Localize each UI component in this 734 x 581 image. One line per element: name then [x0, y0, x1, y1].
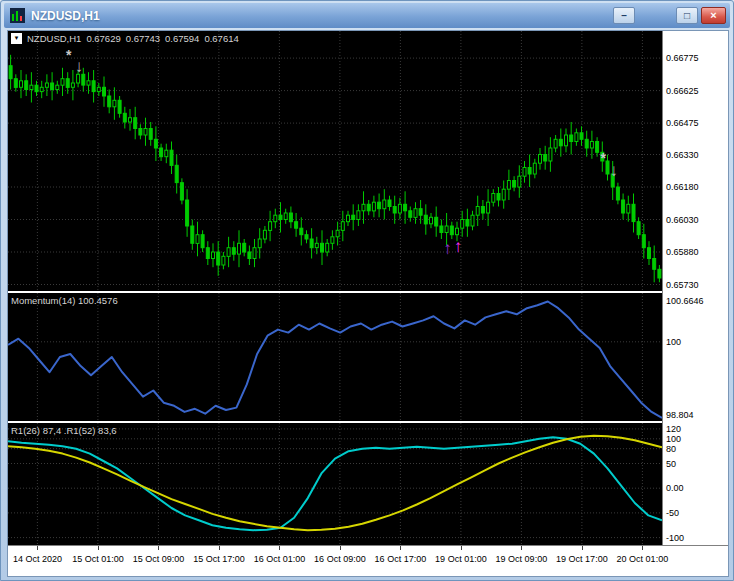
time-axis-label: 16 Oct 01:00 — [254, 554, 306, 564]
oscillator-axis-label: 100 — [666, 434, 681, 444]
time-axis-label: 15 Oct 17:00 — [193, 554, 245, 564]
price-axis-label: 0.65730 — [666, 280, 699, 290]
time-tick — [461, 546, 462, 550]
oscillator-axis-label: 80 — [666, 444, 676, 454]
price-axis-label: 0.66330 — [666, 150, 699, 160]
time-axis-label: 14 Oct 2020 — [13, 554, 62, 564]
price-header-symbol: NZDUSD,H1 — [27, 33, 81, 44]
time-tick — [158, 546, 159, 550]
price-axis-label: 0.66030 — [666, 215, 699, 225]
time-tick — [219, 546, 220, 550]
price-axis-label: 0.65880 — [666, 247, 699, 257]
minimize-button[interactable]: – — [613, 7, 635, 24]
close-button[interactable]: × — [701, 7, 726, 24]
oscillator-axis-label: 0.00 — [666, 483, 684, 493]
time-tick — [642, 546, 643, 550]
oscillator-axis-label: 50 — [666, 459, 676, 469]
time-tick — [521, 546, 522, 550]
momentum-axis-label: 100.6646 — [666, 296, 704, 306]
oscillator-header-label: R1(26) 87,4 .R1(52) 83,6 — [11, 425, 117, 436]
price-chart-canvas[interactable] — [8, 31, 662, 291]
oscillator-panel-header: R1(26) 87,4 .R1(52) 83,6 — [11, 425, 117, 436]
price-header-open: 0.67629 — [86, 33, 120, 44]
oscillator-chart-canvas[interactable] — [8, 423, 662, 545]
time-tick — [340, 546, 341, 550]
time-axis-label: 19 Oct 17:00 — [556, 554, 608, 564]
price-axis-label: 0.66625 — [666, 86, 699, 96]
momentum-axis-label: 100 — [666, 337, 681, 347]
price-chart-panel[interactable]: ▼ NZDUSD,H1 0.67629 0.67743 0.67594 0.67… — [8, 31, 662, 291]
window-title: NZDUSD,H1 — [31, 9, 610, 23]
oscillator-axis-label: -100 — [666, 533, 684, 543]
momentum-axis-label: 98.804 — [666, 410, 694, 420]
time-tick — [400, 546, 401, 550]
symbol-dropdown-button[interactable]: ▼ — [11, 33, 22, 44]
time-axis-label: 15 Oct 09:00 — [133, 554, 185, 564]
price-axis-label: 0.66775 — [666, 53, 699, 63]
time-tick — [582, 546, 583, 550]
momentum-header-label: Momentum(14) 100.4576 — [11, 295, 118, 306]
momentum-indicator-panel[interactable]: Momentum(14) 100.4576 — [8, 293, 662, 421]
price-axis-label: 0.66475 — [666, 118, 699, 128]
window-titlebar[interactable]: NZDUSD,H1 – □ × — [4, 3, 730, 28]
oscillator-axis-label: -50 — [666, 508, 679, 518]
time-axis-label: 15 Oct 01:00 — [72, 554, 124, 564]
time-axis-label: 19 Oct 01:00 — [435, 554, 487, 564]
price-header-high: 0.67743 — [126, 33, 160, 44]
oscillator-axis-label: 120 — [666, 424, 681, 434]
chart-window-icon — [10, 8, 25, 23]
oscillator-indicator-panel[interactable]: R1(26) 87,4 .R1(52) 83,6 — [8, 423, 662, 545]
price-axis-label: 0.66180 — [666, 182, 699, 192]
price-header-close: 0.67614 — [204, 33, 238, 44]
price-panel-header: ▼ NZDUSD,H1 0.67629 0.67743 0.67594 0.67… — [11, 33, 239, 44]
momentum-panel-header: Momentum(14) 100.4576 — [11, 295, 118, 306]
price-scale-column[interactable]: 0.667750.666250.664750.663300.661800.660… — [662, 31, 728, 545]
time-axis-label: 19 Oct 09:00 — [496, 554, 548, 564]
chart-client-area: ▼ NZDUSD,H1 0.67629 0.67743 0.67594 0.67… — [7, 30, 729, 577]
time-tick — [98, 546, 99, 550]
time-axis-label: 16 Oct 09:00 — [314, 554, 366, 564]
restore-button[interactable]: □ — [676, 7, 698, 24]
price-header-low: 0.67594 — [165, 33, 199, 44]
time-axis-label: 16 Oct 17:00 — [375, 554, 427, 564]
time-axis[interactable]: 14 Oct 202015 Oct 01:0015 Oct 09:0015 Oc… — [8, 545, 728, 576]
momentum-chart-canvas[interactable] — [8, 293, 662, 421]
time-axis-label: 20 Oct 01:00 — [617, 554, 669, 564]
time-tick — [279, 546, 280, 550]
time-tick — [37, 546, 38, 550]
terminal-window: NZDUSD,H1 – □ × ▼ NZDUSD,H1 0.67629 0.67… — [0, 0, 734, 581]
